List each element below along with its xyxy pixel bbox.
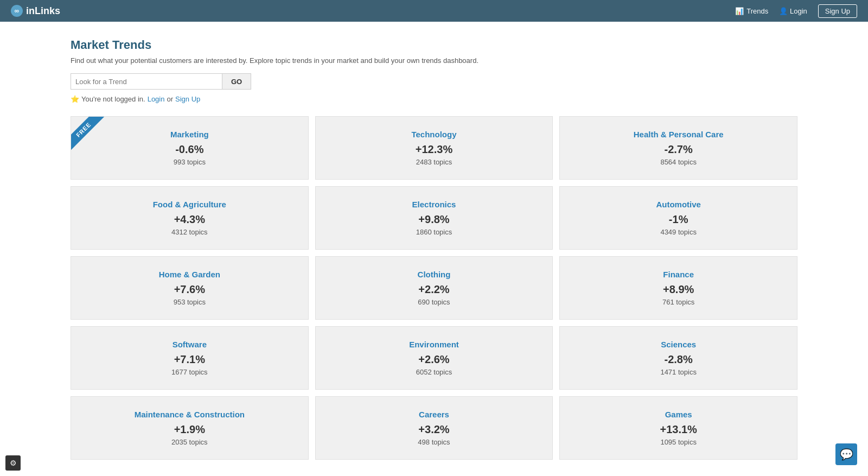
- card-title: Sciences: [571, 340, 786, 349]
- search-button[interactable]: GO: [222, 73, 251, 90]
- card-title: Environment: [327, 340, 542, 349]
- card-topics: 690 topics: [327, 298, 542, 306]
- page-title: Market Trends: [71, 38, 797, 52]
- card-change: +2.2%: [327, 283, 542, 296]
- card-change: +12.3%: [327, 143, 542, 156]
- card-change: -2.8%: [571, 353, 786, 366]
- login-link[interactable]: Login: [148, 95, 165, 103]
- cards-grid: FREEMarketing-0.6%993 topicsTechnology+1…: [71, 116, 797, 460]
- card-change: +7.6%: [82, 283, 297, 296]
- card-topics: 1471 topics: [571, 368, 786, 376]
- card-change: +4.3%: [82, 213, 297, 226]
- card-topics: 1860 topics: [327, 228, 542, 236]
- card-title: Clothing: [327, 270, 542, 279]
- gear-icon: ⚙: [10, 459, 17, 467]
- trend-card[interactable]: Maintenance & Construction+1.9%2035 topi…: [71, 396, 309, 460]
- card-title: Finance: [571, 270, 786, 279]
- logo-icon: ∞: [11, 5, 23, 17]
- not-logged-text: You're not logged in.: [81, 95, 145, 103]
- card-change: -0.6%: [82, 143, 297, 156]
- card-title: Technology: [327, 130, 542, 139]
- signup-link[interactable]: Sign Up: [175, 95, 200, 103]
- card-title: Health & Personal Care: [571, 130, 786, 139]
- trend-card[interactable]: Clothing+2.2%690 topics: [315, 256, 553, 320]
- trend-card[interactable]: Health & Personal Care-2.7%8564 topics: [559, 116, 797, 180]
- card-change: +8.9%: [571, 283, 786, 296]
- logo[interactable]: ∞ inLinks: [11, 5, 60, 17]
- search-row: GO: [71, 73, 797, 90]
- page-description: Find out what your potential customers a…: [71, 56, 797, 65]
- login-label: Login: [790, 7, 807, 15]
- trends-nav-item[interactable]: 📊 Trends: [735, 7, 768, 15]
- person-icon: 👤: [779, 7, 788, 15]
- card-title: Marketing: [82, 130, 297, 139]
- card-title: Games: [571, 410, 786, 419]
- trend-card[interactable]: Finance+8.9%761 topics: [559, 256, 797, 320]
- gear-widget[interactable]: ⚙: [5, 455, 21, 471]
- nav-right: 📊 Trends 👤 Login Sign Up: [735, 4, 857, 18]
- card-change: +9.8%: [327, 213, 542, 226]
- card-title: Software: [82, 340, 297, 349]
- chat-icon: 💬: [840, 448, 853, 461]
- trend-card[interactable]: Food & Agriculture+4.3%4312 topics: [71, 186, 309, 250]
- card-topics: 4349 topics: [571, 228, 786, 236]
- card-change: +1.9%: [82, 423, 297, 436]
- login-notice: ⭐ You're not logged in. Login or Sign Up: [71, 95, 797, 103]
- star-icon: ⭐: [71, 95, 79, 103]
- card-topics: 1095 topics: [571, 438, 786, 446]
- login-nav-item[interactable]: 👤 Login: [779, 7, 807, 15]
- card-topics: 498 topics: [327, 438, 542, 446]
- card-topics: 761 topics: [571, 298, 786, 306]
- card-topics: 4312 topics: [82, 228, 297, 236]
- trend-card[interactable]: Careers+3.2%498 topics: [315, 396, 553, 460]
- main-content: Market Trends Find out what your potenti…: [0, 22, 868, 476]
- trend-card[interactable]: Technology+12.3%2483 topics: [315, 116, 553, 180]
- trend-card[interactable]: Sciences-2.8%1471 topics: [559, 326, 797, 390]
- signup-nav-button[interactable]: Sign Up: [818, 4, 857, 18]
- card-title: Careers: [327, 410, 542, 419]
- card-topics: 6052 topics: [327, 368, 542, 376]
- trend-card[interactable]: Environment+2.6%6052 topics: [315, 326, 553, 390]
- logo-text: inLinks: [26, 5, 60, 17]
- trends-icon: 📊: [735, 7, 744, 15]
- card-topics: 2035 topics: [82, 438, 297, 446]
- trend-card[interactable]: Games+13.1%1095 topics: [559, 396, 797, 460]
- card-topics: 993 topics: [82, 158, 297, 166]
- card-title: Food & Agriculture: [82, 200, 297, 209]
- trend-card[interactable]: Software+7.1%1677 topics: [71, 326, 309, 390]
- card-change: +13.1%: [571, 423, 786, 436]
- trend-card[interactable]: FREEMarketing-0.6%993 topics: [71, 116, 309, 180]
- trend-card[interactable]: Electronics+9.8%1860 topics: [315, 186, 553, 250]
- card-title: Home & Garden: [82, 270, 297, 279]
- card-change: +7.1%: [82, 353, 297, 366]
- trends-label: Trends: [746, 7, 768, 15]
- card-topics: 953 topics: [82, 298, 297, 306]
- card-title: Maintenance & Construction: [82, 410, 297, 419]
- card-topics: 8564 topics: [571, 158, 786, 166]
- card-topics: 1677 topics: [82, 368, 297, 376]
- card-change: +3.2%: [327, 423, 542, 436]
- trend-card[interactable]: Automotive-1%4349 topics: [559, 186, 797, 250]
- chat-widget[interactable]: 💬: [835, 443, 857, 465]
- card-change: +2.6%: [327, 353, 542, 366]
- navbar: ∞ inLinks 📊 Trends 👤 Login Sign Up: [0, 0, 868, 22]
- search-input[interactable]: [71, 73, 222, 90]
- card-topics: 2483 topics: [327, 158, 542, 166]
- card-change: -2.7%: [571, 143, 786, 156]
- card-title: Electronics: [327, 200, 542, 209]
- card-title: Automotive: [571, 200, 786, 209]
- card-change: -1%: [571, 213, 786, 226]
- or-text: or: [167, 95, 173, 103]
- trend-card[interactable]: Home & Garden+7.6%953 topics: [71, 256, 309, 320]
